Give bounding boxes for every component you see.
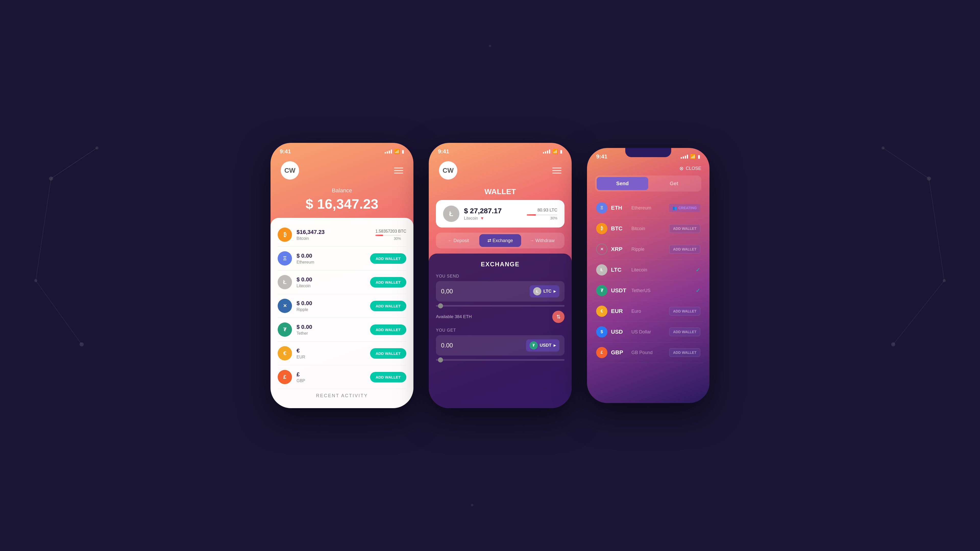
add-wallet-xrp-button[interactable]: ADD WALLET bbox=[370, 301, 406, 311]
svg-point-1 bbox=[95, 146, 99, 149]
ltc-name: Litecoin bbox=[297, 284, 370, 288]
tab-bar: ← Deposit ⇄ Exchange → Withdraw bbox=[436, 233, 565, 248]
balance-amount: $ 16,347.23 bbox=[270, 196, 414, 212]
coin-card-right: 80.93 LTC 30% bbox=[527, 208, 557, 220]
add-wallet-gbp-button[interactable]: ADD WALLET bbox=[370, 372, 406, 383]
get-slider[interactable] bbox=[436, 359, 565, 361]
recent-activity-label: RECENT ACTIVITY bbox=[278, 389, 406, 403]
usdt-ticker: USDT bbox=[611, 287, 632, 294]
usd-ticker: USD bbox=[611, 329, 632, 335]
phone3-header: ⊗ CLOSE bbox=[587, 161, 710, 176]
swap-button[interactable]: ⇅ bbox=[552, 311, 565, 323]
add-wallet-btc-button[interactable]: ADD WALLET bbox=[669, 224, 700, 233]
close-circle-icon: ⊗ bbox=[679, 165, 684, 171]
wifi-icon-3: 📶 bbox=[690, 154, 696, 159]
wallet-item-ltc: Ł $ 0.00 Litecoin ADD WALLET bbox=[278, 270, 406, 294]
gbp-name: GBP bbox=[297, 379, 370, 383]
eur-full-name: Euro bbox=[632, 309, 669, 314]
get-tab[interactable]: Get bbox=[648, 177, 700, 190]
tether-icon: ₮ bbox=[278, 322, 292, 337]
btc-amount: 1.58357203 BTC bbox=[375, 229, 406, 233]
balance-label: Balance bbox=[270, 187, 414, 194]
available-text: Available 384 ETH bbox=[436, 314, 472, 319]
send-input-row: 0,00 Ł LTC ▶ bbox=[436, 281, 565, 302]
eth-name: Ethereum bbox=[297, 260, 370, 265]
btc-name: Bitcoin bbox=[297, 236, 375, 241]
btc-ticker: BTC bbox=[611, 225, 632, 232]
send-coin-badge[interactable]: Ł LTC ▶ bbox=[530, 285, 559, 297]
wallet-title: WALLET bbox=[429, 185, 572, 200]
signal-icon-1 bbox=[385, 149, 392, 154]
tab-deposit[interactable]: ← Deposit bbox=[438, 234, 479, 247]
svg-line-12 bbox=[883, 148, 929, 179]
get-input-row: 0.00 ₮ USDT ▶ bbox=[436, 335, 565, 356]
coin-card-extra: 80.93 LTC bbox=[527, 208, 557, 213]
menu-button-2[interactable] bbox=[552, 168, 562, 173]
wallet-info-btc: $16,347.23 Bitcoin bbox=[297, 229, 375, 241]
coin-card-progress: 30% bbox=[527, 214, 557, 220]
eth-sm-icon: Ξ bbox=[596, 202, 608, 213]
battery-icon-1: ▮ bbox=[402, 149, 404, 154]
send-coin-icon: Ł bbox=[533, 287, 541, 295]
send-tab[interactable]: Send bbox=[597, 177, 648, 190]
add-wallet-gbp-button[interactable]: ADD WALLET bbox=[669, 348, 700, 357]
available-row: Available 384 ETH ⇅ bbox=[436, 311, 565, 323]
wallets-list: ₿ $16,347.23 Bitcoin 1.58357203 BTC 30% bbox=[270, 218, 414, 408]
add-wallet-xrp-button[interactable]: ADD WALLET bbox=[669, 245, 700, 254]
wifi-icon-1: 📶 bbox=[394, 149, 400, 154]
eur-icon: € bbox=[278, 346, 292, 360]
status-time-1: 9:41 bbox=[280, 148, 291, 155]
get-coin-badge[interactable]: ₮ USDT ▶ bbox=[526, 339, 559, 351]
eth-icon: Ξ bbox=[278, 251, 292, 265]
eth-creating-badge: 👥 CREATING bbox=[669, 204, 700, 212]
get-coin-label: USDT bbox=[540, 343, 552, 348]
ltc-full-name: Litecoin bbox=[632, 267, 696, 273]
gbp-sm-icon: £ bbox=[596, 347, 608, 358]
status-icons-3: 📶 ▮ bbox=[681, 154, 700, 159]
add-wallet-eur-button[interactable]: ADD WALLET bbox=[669, 307, 700, 316]
wallet-item-eur: € € EUR ADD WALLET bbox=[278, 341, 406, 365]
you-send-label: YOU SEND bbox=[436, 274, 565, 279]
tab-withdraw[interactable]: → Withdraw bbox=[521, 234, 563, 247]
wallet-item-gbp: £ £ GBP ADD WALLET bbox=[278, 365, 406, 389]
tab-exchange[interactable]: ⇄ Exchange bbox=[479, 234, 521, 247]
usd-full-name: US Dollar bbox=[632, 329, 669, 335]
balance-section: Balance $ 16,347.23 bbox=[270, 185, 414, 218]
add-wallet-usd-button[interactable]: ADD WALLET bbox=[669, 327, 700, 336]
coin-card-amount: $ 27,287.17 bbox=[464, 207, 527, 215]
xrp-full-name: Ripple bbox=[632, 247, 669, 252]
ltc-large-icon: Ł bbox=[443, 206, 460, 222]
wallet-info-gbp: £ GBP bbox=[297, 371, 370, 383]
add-wallet-tether-button[interactable]: ADD WALLET bbox=[370, 324, 406, 335]
signal-icon-2 bbox=[543, 149, 550, 154]
currency-row-btc: ₿ BTC Bitcoin ADD WALLET bbox=[593, 218, 703, 239]
logo-2: CW bbox=[439, 161, 457, 179]
btc-balance: $16,347.23 bbox=[297, 229, 375, 235]
svg-line-13 bbox=[929, 179, 944, 281]
svg-point-0 bbox=[49, 176, 53, 181]
xrp-sm-icon: ✕ bbox=[596, 244, 608, 255]
wallet-info-eur: € EUR bbox=[297, 348, 370, 359]
svg-point-9 bbox=[881, 146, 885, 149]
add-wallet-eth-button[interactable]: ADD WALLET bbox=[370, 253, 406, 264]
gbp-balance: £ bbox=[297, 371, 370, 378]
eur-ticker: EUR bbox=[611, 308, 632, 314]
add-wallet-ltc-button[interactable]: ADD WALLET bbox=[370, 277, 406, 287]
menu-button-1[interactable] bbox=[394, 168, 403, 173]
eth-ticker: ETH bbox=[611, 205, 632, 211]
btc-right: 1.58357203 BTC 30% bbox=[375, 229, 406, 241]
wallet-info-eth: $ 0.00 Ethereum bbox=[297, 252, 370, 265]
xrp-balance: $ 0.00 bbox=[297, 300, 370, 306]
send-slider[interactable] bbox=[436, 305, 565, 306]
close-button[interactable]: ⊗ CLOSE bbox=[679, 165, 701, 171]
svg-point-2 bbox=[34, 279, 37, 282]
eur-name: EUR bbox=[297, 355, 370, 359]
gbp-icon: £ bbox=[278, 370, 292, 384]
svg-line-5 bbox=[36, 179, 51, 281]
svg-line-14 bbox=[893, 281, 944, 345]
currency-row-eur: € EUR Euro ADD WALLET bbox=[593, 301, 703, 322]
you-get-label: YOU GET bbox=[436, 328, 565, 333]
battery-icon-2: ▮ bbox=[560, 149, 563, 154]
add-wallet-eur-button[interactable]: ADD WALLET bbox=[370, 348, 406, 359]
exchange-panel: EXCHANGE YOU SEND 0,00 Ł LTC ▶ Available… bbox=[429, 254, 572, 408]
